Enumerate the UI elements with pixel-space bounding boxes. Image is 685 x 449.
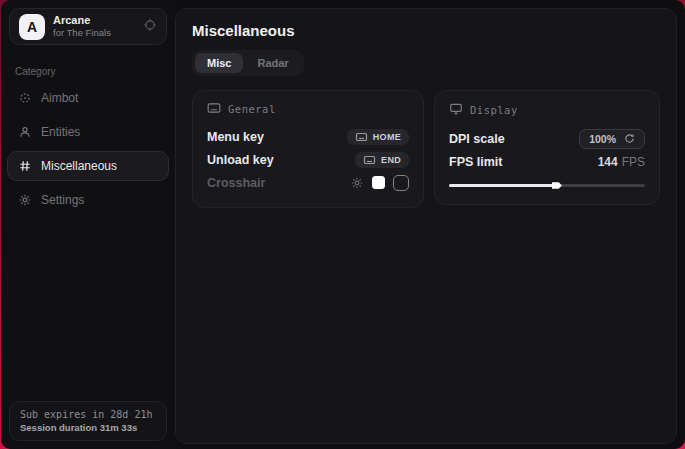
app-subtitle: for The Finals — [53, 27, 111, 39]
subscription-status-card: Sub expires in 28d 21h Session duration … — [9, 401, 167, 441]
unload-key-bind-button[interactable]: END — [355, 152, 409, 168]
crosshair-row: Crosshair — [207, 171, 409, 194]
sidebar-item-label: Miscellaneous — [41, 159, 117, 173]
display-header-label: Display — [470, 104, 518, 116]
dpi-scale-label: DPI scale — [449, 132, 505, 146]
refresh-icon — [624, 133, 635, 144]
dpi-scale-value: 100% — [589, 133, 616, 145]
keyboard-icon — [207, 102, 221, 116]
general-card: General Menu key HOME Unload key — [192, 90, 424, 208]
session-duration-text: Session duration 31m 33s — [20, 422, 156, 433]
fps-slider-fill — [449, 184, 555, 187]
sub-expires-text: Sub expires in 28d 21h — [20, 409, 156, 420]
target-icon[interactable] — [143, 18, 157, 36]
hash-icon — [18, 159, 32, 173]
fps-limit-unit: FPS — [622, 155, 645, 169]
app-logo: A — [19, 14, 45, 40]
general-header-label: General — [228, 103, 276, 115]
crosshair-checkbox[interactable] — [393, 175, 409, 191]
crosshair-label: Crosshair — [207, 176, 265, 190]
monitor-icon — [449, 102, 463, 118]
display-card: Display DPI scale 100% FPS limit — [434, 90, 660, 205]
dpi-scale-control[interactable]: 100% — [579, 129, 645, 149]
sidebar-nav: Aimbot Entities Miscellaneous — [1, 81, 175, 217]
keyboard-icon — [355, 132, 368, 142]
unload-key-label: Unload key — [207, 153, 274, 167]
category-label: Category — [15, 66, 161, 77]
sidebar-item-miscellaneous[interactable]: Miscellaneous — [7, 151, 169, 181]
app-title: Arcane — [53, 14, 111, 28]
tab-bar: Misc Radar — [192, 50, 304, 76]
app-window: A Arcane for The Finals Category — [1, 0, 685, 449]
unload-key-value: END — [381, 155, 401, 165]
menu-key-bind-button[interactable]: HOME — [347, 129, 409, 145]
sidebar-item-label: Settings — [41, 193, 84, 207]
fps-limit-label: FPS limit — [449, 155, 502, 169]
menu-key-row: Menu key HOME — [207, 125, 409, 148]
menu-key-value: HOME — [373, 132, 401, 142]
tab-radar[interactable]: Radar — [245, 53, 300, 73]
page-title: Miscellaneous — [192, 22, 660, 39]
gear-icon — [18, 193, 32, 207]
keyboard-icon — [363, 155, 376, 165]
sidebar-item-settings[interactable]: Settings — [7, 185, 169, 215]
fps-limit-value: 144 — [598, 155, 618, 169]
sidebar-item-entities[interactable]: Entities — [7, 117, 169, 147]
fps-limit-slider[interactable] — [449, 180, 645, 191]
fps-slider-thumb[interactable] — [552, 181, 562, 191]
tab-misc[interactable]: Misc — [195, 53, 243, 73]
sidebar-item-label: Aimbot — [41, 91, 78, 105]
menu-key-label: Menu key — [207, 130, 264, 144]
person-icon — [18, 125, 32, 139]
sidebar-item-aimbot[interactable]: Aimbot — [7, 83, 169, 113]
sidebar-item-label: Entities — [41, 125, 80, 139]
logo-card: A Arcane for The Finals — [9, 8, 167, 45]
gear-icon[interactable] — [350, 176, 364, 190]
unload-key-row: Unload key END — [207, 148, 409, 171]
sidebar: A Arcane for The Finals Category — [1, 0, 175, 449]
crosshair-color-swatch[interactable] — [372, 176, 385, 189]
main-panel: Miscellaneous Misc Radar General Menu ke… — [175, 8, 677, 444]
fps-limit-row: FPS limit 144 FPS — [449, 150, 645, 173]
dpi-scale-row: DPI scale 100% — [449, 127, 645, 150]
crosshair-icon — [18, 91, 32, 105]
